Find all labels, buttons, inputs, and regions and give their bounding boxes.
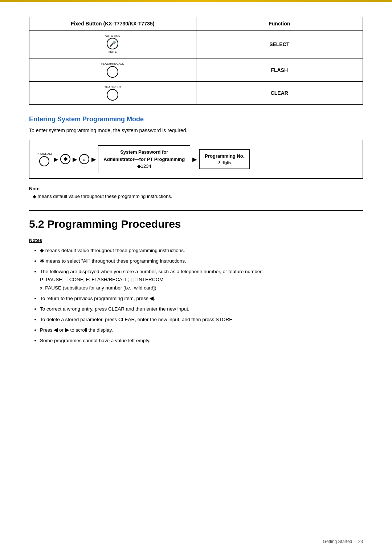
star-circle: ✱	[60, 154, 70, 164]
programming-diagram: PROGRAM ▶ ✱ ▶ # ▶ System Password for Ad…	[29, 140, 363, 179]
arrow-2: ▶	[73, 156, 77, 163]
section-number: 5.2	[29, 218, 44, 230]
table-row: AUTO ANS 🎤 MUTE SELECT	[29, 31, 363, 58]
button-circle-clear	[107, 89, 118, 101]
hash-circle: #	[79, 154, 89, 164]
prog-no-sub: 3 digits	[205, 160, 244, 166]
table-cell-button-clear: TRANSFER	[29, 81, 196, 104]
list-item: To return to the previous programming it…	[40, 295, 363, 303]
list-item: To correct a wrong entry, press CLEAR an…	[40, 305, 363, 313]
password-box: System Password for Administrator—for PT…	[98, 145, 190, 173]
button-label-flash-recall: FLASH/RECALL	[101, 62, 124, 66]
table-row: FLASH/RECALL FLASH	[29, 58, 363, 81]
table-cell-function-clear: CLEAR	[196, 81, 363, 104]
note-section: Note ◆ means default value throughout th…	[29, 186, 363, 199]
section-52-heading: 5.2 Programming Procedures	[29, 210, 363, 230]
note-label: Note	[29, 186, 363, 191]
notes-list: ◆ means default value throughout these p…	[40, 247, 363, 345]
arrow-4: ▶	[192, 156, 197, 163]
list-item: The following are displayed when you sto…	[40, 268, 363, 293]
arrow-3: ▶	[91, 156, 96, 163]
prog-no-label: Programming No.	[205, 153, 244, 160]
button-label-transfer: TRANSFER	[104, 85, 121, 89]
program-label: PROGRAM	[37, 152, 52, 155]
list-item: Press ◀ or ▶ to scroll the display.	[40, 326, 363, 335]
diagram-inner: PROGRAM ▶ ✱ ▶ # ▶ System Password for Ad…	[37, 145, 355, 173]
prog-no-box: Programming No. 3 digits	[199, 149, 250, 169]
button-circle-select: 🎤 MUTE	[107, 38, 118, 49]
list-item: Some programmes cannot have a value left…	[40, 337, 363, 345]
list-item: To delete a stored parameter, press CLEA…	[40, 316, 363, 324]
table-col1-header: Fixed Button (KX-T7730/KX-T7735)	[29, 17, 196, 31]
notes-label: Notes	[29, 238, 363, 243]
password-line2: Administrator—for PT Programming	[103, 156, 185, 163]
arrow-1: ▶	[54, 156, 58, 163]
button-label-auto-ans: AUTO ANS	[105, 34, 121, 38]
section-52: 5.2 Programming Procedures Notes ◆ means…	[29, 210, 363, 345]
program-circle	[39, 156, 49, 166]
footer: Getting Started 23	[323, 539, 363, 544]
password-line1: System Password for	[103, 149, 185, 156]
program-circle-wrapper: PROGRAM	[37, 152, 52, 166]
note-text: ◆ means default value throughout these p…	[33, 194, 363, 199]
list-item: ◆ means default value throughout these p…	[40, 247, 363, 255]
entering-intro: To enter system programming mode, the sy…	[29, 127, 363, 133]
list-item: ✱ means to select "All" throughout these…	[40, 257, 363, 266]
footer-section-label: Getting Started	[323, 539, 352, 544]
password-line3: ◆1234	[103, 163, 185, 170]
entering-heading: Entering System Programming Mode	[29, 116, 363, 123]
table-col2-header: Function	[196, 17, 363, 31]
mic-icon: 🎤	[109, 40, 116, 48]
button-label-mute: MUTE	[109, 50, 117, 54]
table-cell-function-select: SELECT	[196, 31, 363, 58]
fixed-button-table: Fixed Button (KX-T7730/KX-T7735) Functio…	[29, 17, 363, 105]
table-cell-button-flash: FLASH/RECALL	[29, 58, 196, 81]
footer-page-number: 23	[355, 539, 363, 544]
table-cell-button-select: AUTO ANS 🎤 MUTE	[29, 31, 196, 58]
table-row: TRANSFER CLEAR	[29, 81, 363, 104]
button-circle-flash	[107, 66, 118, 78]
section-title: Programming Procedures	[47, 218, 181, 230]
table-cell-function-flash: FLASH	[196, 58, 363, 81]
entering-section: Entering System Programming Mode To ente…	[29, 116, 363, 199]
